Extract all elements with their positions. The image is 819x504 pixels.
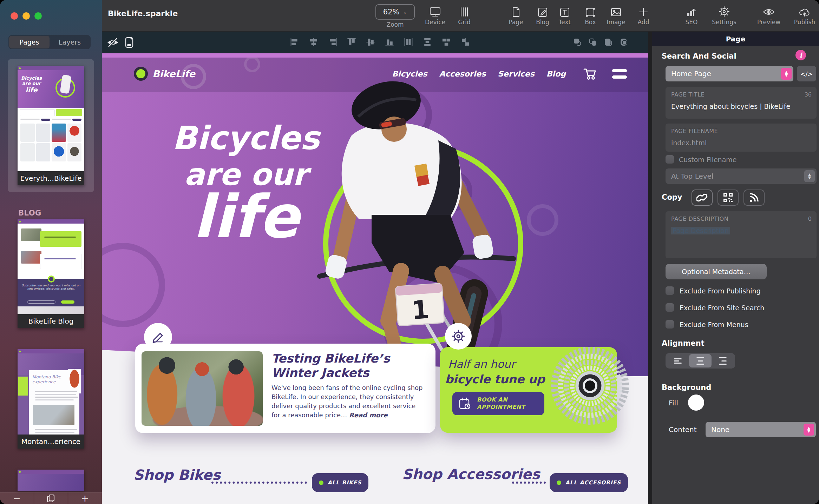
book-appointment-button[interactable]: BOOK AN APPOINTMENT: [452, 392, 544, 415]
page-filename-field[interactable]: PAGE FILENAME index.html: [666, 124, 817, 152]
distribute-h-icon[interactable]: [404, 37, 413, 47]
review-card[interactable]: Testing BikeLife’s Winter Jackets We've …: [135, 344, 435, 433]
minimize-button[interactable]: [22, 12, 30, 20]
panel-header: Page: [652, 32, 819, 46]
cart-icon[interactable]: [583, 67, 597, 80]
hamburger-menu-icon[interactable]: [612, 69, 627, 79]
grid-button[interactable]: Grid: [448, 4, 480, 26]
add-page-button[interactable]: +: [68, 492, 102, 504]
review-photo: [142, 351, 263, 426]
green-dot-icon: [319, 480, 323, 485]
image-icon: [600, 4, 632, 18]
duplicate-icon: [46, 493, 56, 503]
exclude-publishing-checkbox[interactable]: [666, 286, 674, 295]
sidebar-bottom-bar: − +: [0, 492, 102, 504]
green-dot-icon: [557, 480, 561, 485]
device-preview-button[interactable]: [124, 36, 135, 51]
align-middle-v-icon[interactable]: [366, 37, 375, 47]
dotted-line: [211, 482, 307, 484]
align-text-left-button[interactable]: [667, 354, 689, 367]
settings-button[interactable]: Settings: [708, 4, 740, 26]
zoom-select[interactable]: 62% ⌄: [375, 4, 415, 20]
zoom-label: Zoom: [375, 21, 415, 28]
copy-qr-button[interactable]: [718, 190, 739, 206]
custom-filename-label: Custom Filename: [679, 156, 737, 164]
close-button[interactable]: [11, 12, 18, 20]
info-icon[interactable]: i: [795, 50, 806, 60]
tuneup-card[interactable]: Half an hour bicycle tune up BOOK AN APP…: [440, 347, 617, 433]
page-thumb-partial[interactable]: [18, 470, 84, 491]
select-stepper-icon: ▲▼: [781, 68, 792, 80]
maximize-button[interactable]: [34, 12, 42, 20]
page-type-select[interactable]: Home Page ▲▼: [666, 66, 793, 81]
fill-color-swatch[interactable]: [688, 394, 704, 411]
align-left-icon[interactable]: [290, 37, 300, 47]
align-text-center-button[interactable]: [689, 354, 712, 367]
site-navbar: BikeLife Bicycles Accesories Services Bl…: [102, 61, 648, 86]
page-thumb-home[interactable]: Bicycles are our life: [18, 66, 84, 185]
all-bikes-button[interactable]: ALL BIKES: [312, 473, 368, 492]
page-description-field[interactable]: PAGE DESCRIPTION 0 Page Description: [666, 211, 817, 258]
nav-link-services[interactable]: Services: [498, 69, 535, 78]
align-right-icon[interactable]: [328, 37, 338, 47]
calendar-icon: [458, 397, 472, 411]
insert-add-button[interactable]: Add: [628, 4, 659, 26]
site-logo[interactable]: BikeLife: [133, 66, 195, 81]
thumb-mini-nav: [18, 470, 84, 474]
level-select[interactable]: At Top Level ▲▼: [666, 168, 817, 184]
seo-button[interactable]: SEO: [676, 4, 707, 26]
send-back-icon[interactable]: [619, 37, 629, 47]
review-title-line1: Testing BikeLife’s: [271, 351, 390, 366]
preview-button[interactable]: Preview: [753, 4, 785, 26]
fill-label: Fill: [669, 399, 678, 407]
select-stepper-icon: ▲▼: [804, 170, 815, 182]
all-accessories-button[interactable]: ALL ACCESORIES: [550, 473, 628, 492]
bring-forward-icon[interactable]: [572, 37, 582, 47]
bring-front-icon[interactable]: [603, 37, 613, 47]
align-text-right-button[interactable]: [712, 354, 734, 367]
space-v-icon[interactable]: [460, 37, 470, 47]
align-bottom-icon[interactable]: [385, 37, 394, 47]
nav-link-blog[interactable]: Blog: [546, 69, 566, 78]
align-center-h-icon[interactable]: [309, 37, 319, 47]
document-title: BikeLife.sparkle: [108, 9, 178, 18]
distribute-v-icon[interactable]: [422, 37, 432, 47]
view-code-button[interactable]: </>: [797, 66, 816, 81]
sidebar-tabs: Pages Layers: [8, 35, 91, 49]
space-h-icon[interactable]: [441, 37, 451, 47]
design-canvas[interactable]: 1 Shop Bikes ALL BIKES Shop Accessories …: [102, 53, 648, 504]
remove-page-button[interactable]: −: [0, 492, 34, 504]
tab-pages[interactable]: Pages: [9, 36, 50, 48]
copy-rss-button[interactable]: [743, 190, 765, 206]
page-thumb-post[interactable]: Montana Bike experience Montan...erience: [18, 349, 84, 449]
send-backward-icon[interactable]: [588, 37, 598, 47]
insert-image-button[interactable]: Image: [600, 4, 632, 26]
read-more-link[interactable]: Read more: [349, 411, 388, 419]
dotted-line: [512, 482, 546, 484]
nav-link-bicycles[interactable]: Bicycles: [392, 69, 427, 78]
device-button[interactable]: Device: [419, 4, 451, 26]
tab-layers[interactable]: Layers: [50, 36, 90, 48]
align-top-icon[interactable]: [347, 37, 356, 47]
publish-button[interactable]: Publish: [789, 4, 819, 26]
page-thumb-blog[interactable]: Subscribe now and you won't miss out on …: [18, 219, 84, 328]
search-social-heading: Search And Social: [662, 52, 736, 60]
exclude-search-checkbox[interactable]: [666, 303, 674, 312]
page-title-field[interactable]: PAGE TITLE 36 Everything about bicycles …: [666, 87, 817, 119]
content-select[interactable]: None ▲▼: [706, 422, 816, 437]
custom-filename-checkbox[interactable]: [666, 155, 674, 164]
add-icon: [628, 4, 659, 18]
device-icon: [419, 4, 451, 18]
hide-ui-button[interactable]: [106, 37, 119, 50]
link-icon: [696, 193, 708, 202]
blog-section-label: BLOG: [18, 209, 41, 217]
duplicate-page-button[interactable]: [34, 492, 68, 504]
tuneup-badge: [445, 323, 472, 350]
hero-top-strip: [102, 53, 648, 58]
qr-code-icon: [723, 192, 733, 203]
exclude-menus-checkbox[interactable]: [666, 320, 674, 329]
optional-metadata-button[interactable]: Optional Metadata…: [666, 264, 767, 279]
logo-icon: [133, 66, 148, 81]
nav-link-accesories[interactable]: Accesories: [439, 69, 486, 78]
copy-link-button[interactable]: [692, 190, 713, 206]
